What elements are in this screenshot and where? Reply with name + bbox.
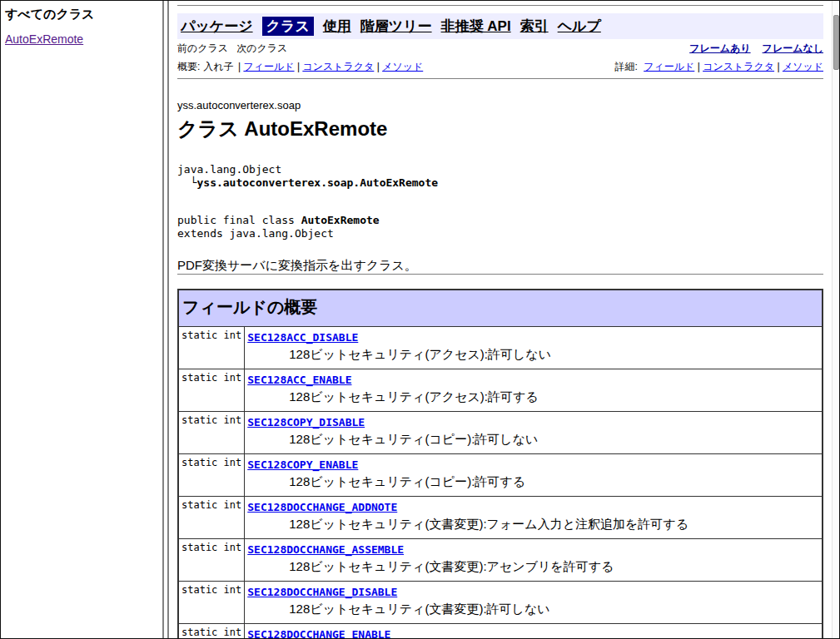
field-summary-row: static intSEC128DOCCHANGE_ASSEMBLE128ビット… — [178, 539, 823, 582]
field-description: 128ビットセキュリティ(コピー):許可しない — [289, 432, 819, 448]
field-summary-heading: フィールドの概要 — [178, 290, 823, 327]
field-modifier: static int — [178, 582, 245, 624]
separator: | — [295, 61, 303, 72]
field-name-link[interactable]: SEC128DOCCHANGE_ADDNOTE — [247, 501, 397, 513]
field-summary-row: static intSEC128DOCCHANGE_DISABLE128ビットセ… — [178, 582, 823, 624]
nav-tab-use[interactable]: 使用 — [323, 18, 351, 34]
nav-tab-deprecated[interactable]: 非推奨 API — [441, 18, 511, 34]
detail-link-1[interactable]: フィールド — [644, 61, 694, 72]
detail-link-2[interactable]: コンストラクタ — [703, 61, 774, 72]
nav-tab-help[interactable]: ヘルプ — [558, 18, 601, 34]
hierarchy-branch-icon: └ — [177, 176, 196, 189]
field-description: 128ビットセキュリティ(文書変更):フォーム入力と注釈追加を許可する — [289, 517, 819, 532]
summary-link-3[interactable]: メソッド — [382, 61, 423, 72]
top-rule — [177, 5, 823, 6]
declaration-modifiers: public final class — [177, 214, 301, 226]
field-summary-row: static intSEC128DOCCHANGE_ADDNOTE128ビットセ… — [178, 497, 823, 539]
field-name-link[interactable]: SEC128ACC_DISABLE — [247, 331, 358, 344]
summary-prefix-label: 概要: — [177, 61, 200, 72]
field-cell: SEC128COPY_ENABLE128ビットセキュリティ(コピー):許可する — [245, 454, 823, 497]
nav-tab-packages[interactable]: パッケージ — [181, 18, 253, 34]
navbar-bottom-rule — [177, 78, 823, 79]
prev-class-label: 前のクラス — [177, 42, 228, 54]
summary-link-2[interactable]: コンストラクタ — [302, 61, 374, 72]
frames-group: フレームありフレームなし — [678, 42, 823, 56]
summary-link-1[interactable]: フィールド — [243, 61, 294, 72]
frame-resize-handle[interactable] — [162, 0, 169, 639]
detail-link-3[interactable]: メソッド — [783, 61, 823, 72]
field-name-link[interactable]: SEC128DOCCHANGE_ASSEMBLE — [247, 543, 404, 556]
field-summary-table: フィールドの概要 static intSEC128ACC_DISABLE128ビ… — [177, 289, 823, 639]
field-cell: SEC128DOCCHANGE_ADDNOTE128ビットセキュリティ(文書変更… — [245, 497, 823, 539]
field-name-link[interactable]: SEC128DOCCHANGE_ENABLE — [247, 628, 390, 639]
declaration-extends: extends java.lang.Object — [177, 227, 334, 240]
nav-tab-index[interactable]: 索引 — [520, 18, 549, 34]
summary-nested-label: 入れ子 — [203, 61, 233, 72]
hierarchy-child: yss.autoconverterex.soap.AutoExRemote — [196, 176, 438, 189]
field-summary-row: static intSEC128COPY_ENABLE128ビットセキュリティ(… — [178, 454, 823, 497]
field-description: 128ビットセキュリティ(文書変更):許可しない — [289, 602, 819, 617]
separator: | — [694, 61, 703, 72]
field-cell: SEC128DOCCHANGE_ASSEMBLE128ビットセキュリティ(文書変… — [245, 539, 823, 582]
field-modifier: static int — [178, 327, 245, 369]
class-link-autoexremote[interactable]: AutoExRemote — [5, 32, 83, 46]
detail-prefix-label: 詳細: — [615, 61, 638, 72]
package-name: yss.autoconverterex.soap — [177, 99, 823, 111]
class-frame: パッケージクラス使用階層ツリー非推奨 API索引ヘルプ 前のクラス次のクラス フ… — [169, 0, 832, 639]
field-summary-row: static intSEC128COPY_DISABLE128ビットセキュリティ… — [178, 412, 823, 454]
prev-next-group: 前のクラス次のクラス — [177, 42, 296, 56]
field-summary-row: static intSEC128ACC_DISABLE128ビットセキュリティ(… — [178, 327, 823, 369]
top-navbar: パッケージクラス使用階層ツリー非推奨 API索引ヘルプ — [177, 13, 823, 39]
sub-navbar: 前のクラス次のクラス フレームありフレームなし 概要:入れ子 | フィールド |… — [177, 42, 823, 74]
all-classes-frame: すべてのクラス AutoExRemote — [0, 0, 162, 639]
field-cell: SEC128DOCCHANGE_ENABLE128ビットセキュリティ(文書変更)… — [245, 624, 823, 639]
nav-tab-class: クラス — [262, 17, 314, 36]
field-cell: SEC128DOCCHANGE_DISABLE128ビットセキュリティ(文書変更… — [245, 582, 823, 624]
detail-links: 詳細: フィールド | コンストラクタ | メソッド — [615, 60, 824, 74]
field-description: 128ビットセキュリティ(アクセス):許可しない — [289, 347, 819, 363]
field-name-link[interactable]: SEC128ACC_ENABLE — [247, 374, 351, 386]
field-modifier: static int — [178, 624, 245, 639]
field-modifier: static int — [178, 539, 245, 582]
field-cell: SEC128COPY_DISABLE128ビットセキュリティ(コピー):許可しな… — [245, 412, 823, 454]
frames-link[interactable]: フレームあり — [689, 42, 750, 54]
all-classes-heading: すべてのクラス — [5, 7, 157, 22]
field-summary-row: static intSEC128ACC_ENABLE128ビットセキュリティ(ア… — [178, 369, 823, 412]
field-modifier: static int — [178, 369, 245, 412]
field-name-link[interactable]: SEC128COPY_ENABLE — [247, 458, 358, 471]
field-name-link[interactable]: SEC128DOCCHANGE_DISABLE — [247, 586, 397, 598]
field-description: 128ビットセキュリティ(文書変更):アセンブリを許可する — [289, 559, 819, 575]
field-description: 128ビットセキュリティ(アクセス):許可する — [289, 389, 819, 405]
separator: | — [774, 61, 783, 72]
scrollbar-thumb[interactable] — [833, 15, 839, 70]
prev-next-row: 前のクラス次のクラス フレームありフレームなし — [177, 42, 823, 56]
declaration-class-name: AutoExRemote — [301, 214, 380, 226]
summary-links: 概要:入れ子 | フィールド | コンストラクタ | メソッド — [177, 60, 423, 74]
field-modifier: static int — [178, 497, 245, 539]
separator: | — [374, 61, 382, 72]
field-description: 128ビットセキュリティ(コピー):許可する — [289, 474, 819, 490]
vertical-scrollbar[interactable] — [832, 0, 840, 639]
class-description: PDF変換サーバに変換指示を出すクラス。 — [177, 258, 823, 274]
field-cell: SEC128ACC_ENABLE128ビットセキュリティ(アクセス):許可する — [245, 369, 823, 412]
class-declaration: public final class AutoExRemote extends … — [177, 214, 823, 240]
field-modifier: static int — [178, 454, 245, 497]
description-bottom-rule — [177, 274, 823, 275]
next-class-label: 次のクラス — [236, 42, 287, 54]
field-summary-row: static intSEC128DOCCHANGE_ENABLE128ビットセキ… — [178, 624, 823, 639]
field-modifier: static int — [178, 412, 245, 454]
field-cell: SEC128ACC_DISABLE128ビットセキュリティ(アクセス):許可しな… — [245, 327, 823, 369]
no-frames-link[interactable]: フレームなし — [763, 42, 823, 54]
field-name-link[interactable]: SEC128COPY_DISABLE — [247, 416, 365, 428]
hierarchy-root: java.lang.Object — [177, 163, 281, 176]
class-title: クラス AutoExRemote — [177, 116, 823, 142]
nav-tab-tree[interactable]: 階層ツリー — [360, 18, 432, 34]
class-hierarchy: java.lang.Object └yss.autoconverterex.so… — [177, 163, 823, 190]
summary-detail-row: 概要:入れ子 | フィールド | コンストラクタ | メソッド 詳細: フィール… — [177, 60, 823, 74]
